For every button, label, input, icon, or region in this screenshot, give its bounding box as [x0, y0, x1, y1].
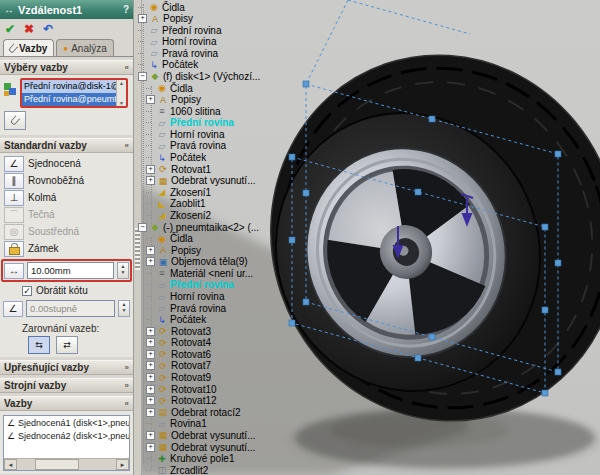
tree-item[interactable]: ◢Zkosení2: [146, 209, 211, 221]
aligned-button[interactable]: ⇆: [28, 336, 50, 354]
tree-item[interactable]: −◆(f) disk<1> (Výchozí...: [138, 70, 260, 82]
tree-item-label[interactable]: Pravá rovina: [170, 303, 226, 314]
horizontal-scrollbar[interactable]: ◄ ►: [4, 458, 129, 470]
expand-plus-icon[interactable]: +: [146, 431, 155, 440]
scroll-right-icon[interactable]: ►: [116, 459, 129, 470]
tree-item[interactable]: ▱Pravá rovina: [138, 47, 218, 59]
tree-item-label[interactable]: Rotovat1: [171, 164, 211, 175]
tree-item-label[interactable]: Zkosení2: [170, 210, 211, 221]
tree-item[interactable]: ◉Čidla: [146, 233, 193, 245]
tree-item[interactable]: ▱Přední rovina: [146, 279, 234, 291]
tree-item[interactable]: +▦Odebrat vysunutí...: [146, 441, 256, 453]
tree-item-label[interactable]: (-) pneumtaika<2> (...: [163, 222, 259, 233]
help-icon[interactable]: ?: [123, 4, 129, 15]
tree-item-label[interactable]: Rotovat7: [171, 360, 211, 371]
mate-type-coincident[interactable]: ∠Sjednocená: [0, 155, 133, 172]
tree-item[interactable]: ◣Zaoblit1: [146, 198, 206, 210]
tree-item-label[interactable]: Čidla: [162, 2, 185, 13]
tree-item-label[interactable]: Popisy: [163, 13, 193, 24]
selected-entity-row[interactable]: Přední rovina@disk-1@S: [22, 80, 116, 93]
expand-plus-icon[interactable]: +: [146, 361, 155, 370]
tree-item[interactable]: +APopisy: [146, 244, 201, 256]
tree-item[interactable]: +APopisy: [146, 94, 201, 106]
tab-vazby[interactable]: Vazby: [3, 39, 54, 56]
tree-item-label[interactable]: (f) disk<1> (Výchozí...: [163, 71, 260, 82]
tree-item-label[interactable]: Materiál <není ur...: [170, 268, 253, 279]
expand-plus-icon[interactable]: +: [146, 350, 155, 359]
expand-plus-icon[interactable]: +: [146, 95, 155, 104]
mate-type-parallel[interactable]: ∥Rovnoběžná: [0, 172, 133, 189]
tree-item-label[interactable]: Rovina1: [170, 418, 207, 429]
section-header-mates[interactable]: Vazby «: [0, 396, 133, 411]
tree-item-label[interactable]: Horní rovina: [170, 129, 224, 140]
angle-input[interactable]: 0.00stupně: [26, 300, 115, 317]
tree-item[interactable]: +⟳Rotovat7: [146, 360, 211, 372]
expand-plus-icon[interactable]: +: [146, 408, 155, 417]
expand-plus-icon[interactable]: +: [146, 338, 155, 347]
tree-item[interactable]: +⟳Rotovat1: [146, 163, 211, 175]
expand-plus-icon[interactable]: +: [146, 373, 155, 382]
collapse-minus-icon[interactable]: −: [138, 72, 147, 81]
tree-item-label[interactable]: Zaoblit1: [170, 198, 206, 209]
tree-item[interactable]: +⟳Rotovat12: [146, 395, 217, 407]
tree-item[interactable]: ▱Horní rovina: [146, 291, 224, 303]
mate-selection-list[interactable]: Přední rovina@disk-1@SPřední rovina@pneu…: [22, 80, 116, 106]
tree-item-label[interactable]: Zkosení1: [170, 187, 211, 198]
expand-plus-icon[interactable]: +: [146, 385, 155, 394]
mates-listbox[interactable]: ∠Sjednocená1 (disk<1>,pneumta∠Sjednocená…: [3, 415, 130, 471]
ok-button[interactable]: ✔: [5, 23, 15, 35]
tree-item[interactable]: −◆(-) pneumtaika<2> (...: [138, 221, 259, 233]
tree-item[interactable]: ▱Přední rovina: [138, 24, 221, 36]
collapse-minus-icon[interactable]: −: [138, 223, 147, 232]
tree-item-label[interactable]: Kruhové pole1: [170, 453, 235, 464]
tree-item[interactable]: ▱Horní rovina: [138, 36, 216, 48]
selected-entity-row[interactable]: Přední rovina@pneumtai: [22, 93, 116, 106]
tree-item[interactable]: ▱Rovina1: [146, 418, 207, 430]
tree-item-label[interactable]: Pravá rovina: [162, 48, 218, 59]
tree-item-label[interactable]: Odebrat vysunutí...: [171, 175, 256, 186]
tree-item[interactable]: +▣Objemová těla(9): [146, 256, 248, 268]
tree-item[interactable]: +⟳Rotovat3: [146, 325, 211, 337]
tree-item-label[interactable]: Počátek: [162, 59, 198, 70]
selection-scrollbar[interactable]: ▲▼: [116, 80, 126, 106]
cancel-button[interactable]: ✖: [24, 23, 34, 35]
tree-item[interactable]: +⟳Rotovat4: [146, 337, 211, 349]
tree-item-label[interactable]: Čidla: [170, 233, 193, 244]
tree-item-label[interactable]: Přední rovina: [170, 279, 234, 290]
tree-item[interactable]: ◉Čidla: [146, 82, 193, 94]
section-header-mate-selections[interactable]: Výběry vazby «: [0, 60, 133, 75]
expand-plus-icon[interactable]: +: [146, 176, 155, 185]
tree-item-label[interactable]: Rotovat12: [171, 395, 217, 406]
expand-plus-icon[interactable]: +: [146, 257, 155, 266]
tree-item-label[interactable]: Rotovat4: [171, 337, 211, 348]
multi-mate-paperclip-button[interactable]: [4, 111, 26, 130]
tree-item-label[interactable]: Čidla: [170, 83, 193, 94]
tree-item[interactable]: +⟳Rotovat6: [146, 348, 211, 360]
tree-item-label[interactable]: Počátek: [170, 314, 206, 325]
angle-spinner[interactable]: ▲▼: [118, 300, 130, 317]
tree-item[interactable]: +▦Odebrat vysunutí...: [146, 429, 256, 441]
flip-dimension-checkbox[interactable]: ✓: [22, 286, 32, 296]
tree-item-label[interactable]: Zrcadlit2: [170, 465, 208, 475]
section-header-standard-mates[interactable]: Standardní vazby «: [0, 138, 133, 153]
undo-button[interactable]: ↶: [43, 23, 53, 35]
expand-plus-icon[interactable]: +: [146, 443, 155, 452]
tree-item[interactable]: ↳Počátek: [146, 314, 206, 326]
section-header-advanced-mates[interactable]: Upřesňující vazby »: [0, 360, 133, 375]
tree-item-label[interactable]: Přední rovina: [170, 117, 234, 128]
section-header-mechanical-mates[interactable]: Strojní vazby »: [0, 378, 133, 393]
tree-item[interactable]: ✚Kruhové pole1: [146, 453, 235, 465]
expand-plus-icon[interactable]: +: [146, 165, 155, 174]
tree-item[interactable]: +⟳Rotovat10: [146, 383, 217, 395]
tree-item[interactable]: +APopisy: [138, 13, 193, 25]
tree-item-label[interactable]: Odebrat vysunutí...: [171, 430, 256, 441]
tree-item-label[interactable]: Pravá rovina: [170, 140, 226, 151]
mate-type-lock[interactable]: Zámek: [0, 240, 133, 257]
expand-plus-icon[interactable]: +: [138, 14, 147, 23]
tree-item[interactable]: ≡1060 slitina: [146, 105, 221, 117]
tree-item[interactable]: ▱Pravá rovina: [146, 302, 226, 314]
tree-item-label[interactable]: Počátek: [170, 152, 206, 163]
tree-item[interactable]: ◢Zkosení1: [146, 186, 211, 198]
tab-analyza[interactable]: ● Analýza: [56, 39, 113, 56]
scroll-left-icon[interactable]: ◄: [4, 459, 17, 470]
